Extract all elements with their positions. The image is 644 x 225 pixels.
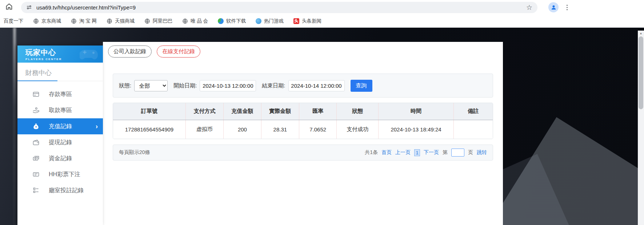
globe-icon: [71, 18, 77, 24]
bookmark-alibaba[interactable]: 阿里巴巴: [144, 18, 172, 24]
col-time: 時間: [379, 103, 454, 120]
bookmark-taobao[interactable]: 淘 宝 网: [71, 18, 97, 24]
bookmark-software[interactable]: 软件下载: [218, 18, 246, 24]
main-content: 公司入款記錄 在線支付記錄 狀態: 全部 開始日期: 結束日期: 查詢 訂單號 …: [103, 42, 503, 225]
detail-list-icon: [32, 187, 40, 194]
bookmark-label: 阿里巴巴: [153, 18, 172, 24]
status-label: 狀態:: [119, 82, 131, 89]
prev-page-link[interactable]: 上一页: [395, 149, 411, 156]
sidebar-item-label: 廳室投註記錄: [49, 187, 84, 194]
bookmark-tmall[interactable]: 天猫商城: [107, 18, 135, 24]
deposit-card-icon: [32, 91, 40, 98]
sidebar-item-hh-lottery-bets[interactable]: HH彩票下注: [17, 166, 103, 182]
sidebar-item-label: 充值記錄: [49, 123, 72, 130]
records-table: 訂單號 支付方式 充值金額 實際金額 匯率 狀態 時間 備註 172881656…: [113, 103, 493, 139]
bookmark-label: 热门游戏: [264, 18, 284, 24]
bookmark-label: 天猫商城: [115, 18, 135, 24]
vertical-scrollbar[interactable]: ▲: [638, 31, 644, 225]
bookmarks-bar: 百度一下 京东商城 淘 宝 网 天猫商城 阿里巴巴 唯 品 会 软件下载 热门游…: [0, 15, 644, 28]
table-row: 1728816564554909 虚拟币 200 28.31 7.0652 支付…: [113, 120, 493, 139]
sidebar-item-label: 存款專區: [49, 91, 72, 98]
sidebar-item-label: 資金記錄: [49, 155, 72, 162]
cell-exchange-rate: 7.0652: [299, 120, 337, 139]
bookmark-label: 淘 宝 网: [79, 18, 97, 24]
withdraw-hand-icon: [32, 107, 40, 114]
cell-actual-amount: 28.31: [261, 120, 299, 139]
scroll-up-arrow[interactable]: ▲: [638, 31, 644, 36]
bookmark-label: 软件下载: [226, 18, 246, 24]
jump-prefix-label: 第: [443, 149, 448, 156]
sidebar-item-room-bet-records[interactable]: 廳室投註記錄: [17, 182, 103, 198]
money-bag-icon: ¥: [32, 123, 40, 130]
sidebar-item-label: HH彩票下注: [49, 171, 80, 178]
col-order-number: 訂單號: [113, 103, 185, 120]
bookmark-toutiao[interactable]: 头 头条新闻: [293, 18, 321, 24]
start-date-label: 開始日期:: [173, 82, 197, 89]
gamepad-icon: [80, 48, 99, 63]
finance-center-section: 財務中心: [17, 63, 103, 81]
bookmark-jd[interactable]: 京东商城: [33, 18, 61, 24]
bookmark-games[interactable]: 热门游戏: [256, 18, 284, 24]
next-page-link[interactable]: 下一页: [424, 149, 439, 156]
tab-online-payment-records[interactable]: 在線支付記錄: [157, 46, 200, 58]
col-remark: 備註: [453, 103, 493, 120]
total-count-text: 共1条: [365, 149, 378, 156]
bookmark-label: 头条新闻: [302, 18, 321, 24]
chevron-right-icon: ›: [96, 123, 98, 130]
pagination-bar: 每頁顯示20條 共1条 首页 上一页 1 下一页 第 页 跳转: [113, 145, 493, 161]
bookmark-vip[interactable]: 唯 品 会: [182, 18, 208, 24]
sidebar-item-funds-records[interactable]: 資金記錄: [17, 150, 103, 166]
sidebar-header: 玩家中心 PLAYERS CENTER: [17, 46, 103, 63]
browser-menu-icon[interactable]: [567, 5, 568, 10]
col-payment-method: 支付方式: [185, 103, 223, 120]
home-icon[interactable]: [5, 3, 13, 12]
banknotes-icon: [32, 155, 40, 162]
bookmark-star-icon[interactable]: ☆: [526, 3, 532, 12]
table-header-row: 訂單號 支付方式 充值金額 實際金額 匯率 狀態 時間 備註: [113, 103, 493, 120]
status-select[interactable]: 全部: [134, 80, 168, 91]
ticket-list-icon: [32, 171, 40, 178]
first-page-link[interactable]: 首页: [381, 149, 392, 156]
sidebar: 玩家中心 PLAYERS CENTER 財務中心 存款專區 取款專區 ¥ 充值記…: [17, 46, 103, 225]
profile-avatar[interactable]: [548, 2, 559, 12]
sidebar-item-label: 取款專區: [49, 107, 72, 114]
section-underline: [17, 80, 57, 81]
toutiao-icon: 头: [293, 18, 299, 24]
filter-bar: 狀態: 全部 開始日期: 結束日期: 查詢: [113, 74, 493, 98]
cell-time: 2024-10-13 18:49:24: [379, 120, 454, 139]
globe-icon: [33, 18, 39, 24]
page-size-text: 每頁顯示20條: [119, 149, 365, 156]
end-date-input[interactable]: [288, 80, 345, 91]
globe-icon: [182, 18, 188, 24]
record-tabs: 公司入款記錄 在線支付記錄: [108, 46, 493, 58]
cell-remark: [453, 120, 493, 139]
scrollbar-thumb[interactable]: [639, 36, 643, 109]
search-button[interactable]: 查詢: [351, 80, 372, 92]
sidebar-item-deposit[interactable]: 存款專區: [17, 86, 103, 102]
cell-order-number: 1728816564554909: [113, 120, 185, 139]
bookmark-label: 百度一下: [4, 18, 23, 24]
jump-link[interactable]: 跳转: [477, 149, 487, 156]
finance-center-label: 財務中心: [25, 69, 52, 76]
bookmark-baidu[interactable]: 百度一下: [4, 18, 23, 24]
bookmark-label: 唯 品 会: [191, 18, 208, 24]
sidebar-item-recharge-records[interactable]: ¥ 充值記錄 ›: [17, 118, 103, 134]
globe-icon: [144, 18, 150, 24]
col-recharge-amount: 充值金額: [224, 103, 261, 120]
sidebar-item-withdraw[interactable]: 取款專區: [17, 102, 103, 118]
sidebar-item-withdrawal-records[interactable]: 提現記錄: [17, 134, 103, 150]
start-date-input[interactable]: [200, 80, 256, 91]
sidebar-item-label: 提現記錄: [49, 139, 72, 146]
background-light-streak: [13, 28, 16, 225]
col-status: 狀態: [337, 103, 379, 120]
url-text[interactable]: usa69.tv/hhcp/usercenter.html?iniType=9: [36, 4, 526, 11]
cell-recharge-amount: 200: [224, 120, 261, 139]
page-jump-input[interactable]: [451, 149, 464, 157]
current-page-badge[interactable]: 1: [414, 149, 420, 156]
tab-company-deposit-records[interactable]: 公司入款記錄: [108, 46, 152, 58]
end-date-label: 結束日期:: [262, 82, 285, 89]
address-bar[interactable]: usa69.tv/hhcp/usercenter.html?iniType=9 …: [21, 2, 537, 13]
bookmark-label: 京东商城: [41, 18, 61, 24]
jump-suffix-label: 页: [468, 149, 473, 156]
site-info-icon[interactable]: [26, 4, 32, 10]
